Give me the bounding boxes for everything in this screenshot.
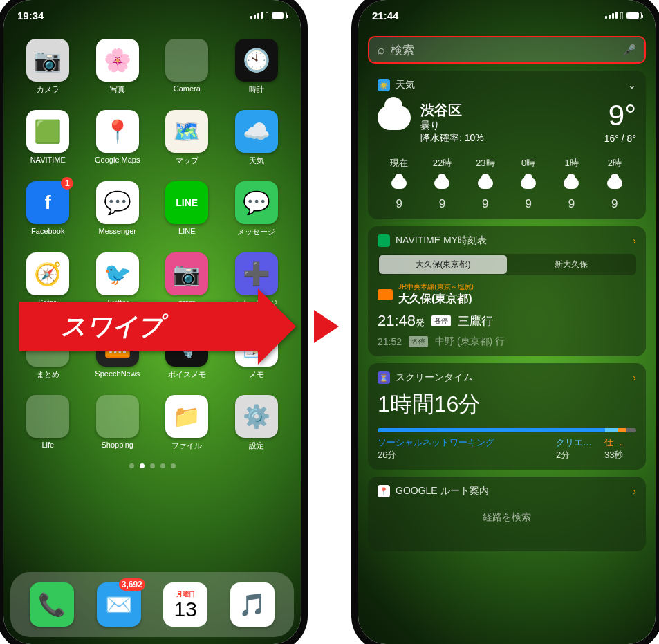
app-icon[interactable]: 🌸 [96,39,139,82]
app-Facebook[interactable]: f1Facebook [16,181,80,237]
app-Safari[interactable]: 🧭Safari [16,252,80,309]
cloud-icon [378,105,411,130]
navitime-widget[interactable]: NAVITIME MY時刻表 › 大久保(東京都) 新大久保 JR中央本線(東京… [368,226,646,356]
page-dot[interactable] [160,463,165,468]
train-row: JR中央本線(東京～塩尻) 大久保(東京都) [378,282,636,306]
hour-label: 22時 [420,157,463,169]
app-label: カメラ [37,84,59,95]
swipe-arrow: スワイプ [19,302,296,351]
app-gram[interactable]: 📷gram [155,252,219,309]
app-icon[interactable]: 📷 [26,39,69,82]
search-field[interactable]: ⌕ 検索 🎤 [368,36,646,64]
app-grid: 📷カメラ🌸写真Camera🕙時計🟩NAVITIME📍Google Maps🗺️マ… [3,30,301,451]
train-type-tag: 各停 [431,315,451,326]
app-時計[interactable]: 🕙時計 [225,39,289,95]
app-Camera[interactable]: Camera [155,39,219,95]
app-icon[interactable] [165,39,208,82]
app-icon[interactable]: 📍 [96,110,139,153]
page-dot[interactable] [140,463,145,468]
hour-label: 現在 [378,157,420,169]
weather-precip: 降水確率: 10% [420,132,595,145]
dock-mail[interactable]: ✉️3,692 [97,582,141,627]
app-label: まとめ [37,369,59,380]
app-icon[interactable]: ☁️ [235,110,278,153]
screentime-total: 1時間16分 [378,389,636,420]
tab-1[interactable]: 大久保(東京都) [379,255,507,274]
app-icon[interactable]: 📁 [165,395,208,438]
app-label: Shopping [102,441,134,449]
status-time: 21:44 [372,10,398,21]
badge: 1 [61,177,73,190]
station-tabs[interactable]: 大久保(東京都) 新大久保 [378,254,636,275]
app-icon[interactable]: 🟩 [26,110,69,153]
search-icon: ⌕ [378,43,385,57]
app-icon[interactable]: 💬 [235,181,278,224]
screentime-values: 26分 2分 33秒 [378,449,636,461]
weather-hilo: 16° / 8° [604,133,636,144]
app-NAVITIME[interactable]: 🟩NAVITIME [16,110,80,166]
weather-app-icon: ☀️ [378,79,390,91]
google-maps-icon: 📍 [378,485,390,497]
hour-label: 0時 [507,157,550,169]
app-Google Maps[interactable]: 📍Google Maps [86,110,150,166]
tab-2[interactable]: 新大久保 [507,255,635,274]
train-station: 大久保(東京都) [398,292,474,306]
app-icon[interactable]: 🕙 [235,39,278,82]
search-placeholder: 検索 [391,42,617,58]
app-icon[interactable]: 🐦 [96,252,139,295]
train-line: JR中央本線(東京～塩尻) [398,282,474,292]
app-icon[interactable]: 🗺️ [165,110,208,153]
page-dots[interactable] [3,463,301,468]
cloud-icon [434,178,449,189]
app-設定[interactable]: ⚙️設定 [225,395,289,451]
hour-temp: 9 [378,197,420,211]
widget-title: スクリーンタイム [396,371,627,384]
weather-temp: 9° [604,101,636,130]
mic-icon[interactable]: 🎤 [622,44,636,57]
app-Life[interactable]: Life [16,395,80,451]
screentime-categories: ソーシャルネットワーキング クリエ… 仕… [378,436,636,449]
app-icon[interactable]: ⚙️ [235,395,278,438]
app-label: Camera [174,84,201,93]
app-ファイル[interactable]: 📁ファイル [155,395,219,451]
screentime-widget[interactable]: ⏳ スクリーンタイム › 1時間16分 ソーシャルネットワーキング クリエ… 仕… [368,363,646,470]
app-メッセージ[interactable]: 💬メッセージ [225,181,289,237]
app-icon[interactable]: 💬 [96,181,139,224]
app-Messenger[interactable]: 💬Messenger [86,181,150,237]
app-label: ボイスメモ [168,369,206,380]
app-icon[interactable] [96,395,139,438]
dock-phone[interactable]: 📞 [30,582,74,627]
hourglass-icon: ⏳ [378,371,390,384]
app-label: Facebook [31,227,64,235]
chevron-down-icon[interactable]: ⌄ [628,80,636,91]
wifi-icon: 􀙇 [620,10,624,21]
weather-widget[interactable]: ☀️ 天気 ⌄ 渋谷区 曇り 降水確率: 10% 9° 16° / 8° 現在2… [368,71,646,219]
phone-today-view: 21:44 􀙇 ⌕ 検索 🎤 ☀️ 天気 ⌄ 渋谷区 曇り 降水確率: 10% … [358,0,656,644]
app-LINE[interactable]: LINELINE [155,181,219,237]
page-dot[interactable] [171,463,176,468]
page-dot[interactable] [150,463,155,468]
app-icon[interactable]: LINE [165,181,208,224]
app-icon[interactable] [26,395,69,438]
app-icon[interactable]: 🧭 [26,252,69,295]
app-label: 時計 [249,84,264,95]
app-マップ[interactable]: 🗺️マップ [155,110,219,166]
dock-calendar[interactable]: 月曜日13 [163,582,207,627]
app-icon[interactable]: 📷 [165,252,208,295]
chevron-right-icon[interactable]: › [633,486,636,497]
destination: 三鷹行 [458,313,493,329]
page-dot[interactable] [129,463,134,468]
chevron-right-icon[interactable]: › [633,235,636,246]
app-天気[interactable]: ☁️天気 [225,110,289,166]
badge: 3,692 [119,578,145,591]
chevron-right-icon[interactable]: › [633,372,636,383]
next-departure: 21:52 各停 中野 (東京都) 行 [378,335,636,348]
app-Twitter[interactable]: 🐦Twitter [86,252,150,309]
cell-signal-icon [250,12,263,19]
dock-music[interactable]: 🎵 [230,582,275,627]
app-カメラ[interactable]: 📷カメラ [16,39,80,95]
app-icon[interactable]: f1 [26,181,69,224]
app-写真[interactable]: 🌸写真 [86,39,150,95]
google-route-widget[interactable]: 📍 GOOGLE ルート案内 › 経路を検索 [368,477,646,551]
app-Shopping[interactable]: Shopping [86,395,150,451]
